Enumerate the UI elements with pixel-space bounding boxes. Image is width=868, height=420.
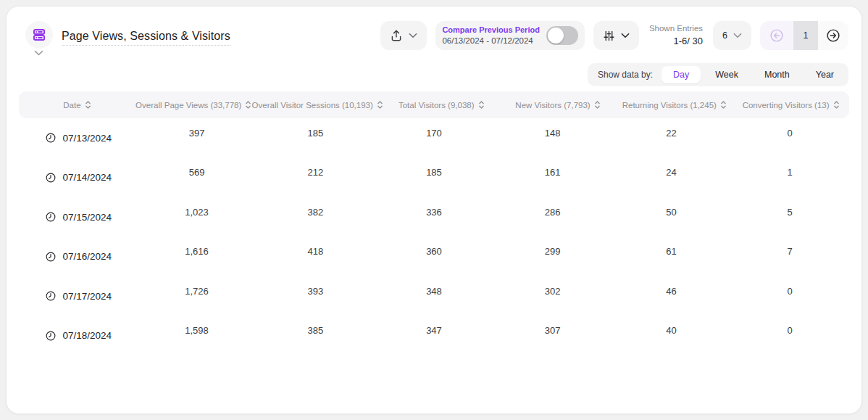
metric-cell: 382 (256, 192, 375, 232)
date-value: 07/13/2024 (63, 133, 112, 144)
title-group: Page Views, Sessions & Visitors (25, 21, 372, 56)
toolbar-controls: Compare Previous Period 06/13/2024 - 07/… (380, 21, 848, 50)
metric-cell: 46 (612, 271, 731, 311)
metric-cell: 1,616 (138, 232, 256, 272)
column-header-4[interactable]: New Visitors (7,793) (500, 100, 617, 110)
metric-cell: 170 (375, 113, 493, 153)
metric-cell: 302 (493, 271, 612, 311)
table-row: 07/17/20241,726393348302460 (19, 276, 849, 316)
column-header-label: Converting Visitors (13) (743, 101, 830, 110)
shown-entries-value: 1-6/ 30 (649, 35, 703, 48)
server-icon (32, 28, 46, 42)
sort-icon (833, 100, 840, 110)
arrow-left-circle-icon (769, 28, 785, 44)
metric-cell: 393 (256, 271, 375, 311)
show-data-by-row: Show data by: DayWeekMonthYear (7, 56, 861, 86)
metric-cell: 40 (612, 311, 731, 351)
table-body: 07/13/202439718517014822007/14/202456921… (19, 118, 849, 355)
clock-icon (45, 251, 57, 263)
show-data-by-option-week[interactable]: Week (704, 66, 750, 83)
date-value: 07/16/2024 (63, 251, 112, 262)
page-title: Page Views, Sessions & Visitors (62, 30, 230, 46)
clock-icon (45, 172, 57, 184)
metric-cell: 148 (493, 113, 612, 153)
sliders-icon (603, 30, 615, 42)
analytics-card: Page Views, Sessions & Visitors Compare … (6, 6, 862, 414)
metric-cell: 299 (493, 232, 612, 272)
page-size-value: 6 (722, 30, 727, 41)
metric-cell: 348 (375, 271, 493, 311)
sort-icon (377, 100, 383, 110)
metric-cell: 307 (493, 311, 612, 351)
show-data-by-label: Show data by: (598, 70, 653, 80)
date-value: 07/15/2024 (63, 212, 112, 223)
chevron-down-icon (34, 50, 43, 56)
date-cell: 07/13/2024 (19, 118, 138, 158)
arrow-right-circle-icon (825, 28, 841, 44)
column-header-2[interactable]: Overall Visitor Sessions (10,193) (252, 100, 383, 110)
date-value: 07/18/2024 (63, 330, 112, 341)
show-data-by-control: Show data by: DayWeekMonthYear (588, 63, 848, 86)
show-data-by-option-day[interactable]: Day (662, 66, 701, 83)
metric-cell: 161 (493, 153, 612, 193)
compare-label: Compare Previous Period (442, 25, 540, 36)
toggle-knob (548, 28, 564, 44)
column-header-label: Overall Page Views (33,778) (135, 101, 241, 110)
date-cell: 07/17/2024 (19, 276, 138, 316)
metric-cell: 0 (730, 311, 849, 351)
metric-cell: 336 (375, 192, 493, 232)
column-header-6[interactable]: Converting Visitors (13) (733, 100, 849, 110)
data-table: DateOverall Page Views (33,778)Overall V… (7, 86, 861, 355)
metric-cell: 185 (256, 113, 375, 153)
metric-cell: 1,023 (138, 192, 256, 232)
clock-icon (45, 211, 57, 223)
column-header-0[interactable]: Date (19, 100, 135, 110)
shown-entries: Shown Entries 1-6/ 30 (648, 23, 704, 47)
metric-cell: 24 (612, 153, 731, 193)
metric-cell: 185 (375, 153, 493, 193)
table-row: 07/18/20241,598385347307400 (19, 316, 849, 356)
show-data-by-option-month[interactable]: Month (753, 66, 801, 83)
clock-icon (45, 132, 57, 144)
page-size-dropdown[interactable]: 6 (713, 21, 751, 50)
compare-previous-period: Compare Previous Period 06/13/2024 - 07/… (435, 21, 585, 50)
table-row: 07/15/20241,023382336286505 (19, 197, 849, 237)
metric-cell: 569 (138, 153, 256, 193)
table-row: 07/16/20241,616418360299617 (19, 237, 849, 277)
metric-cell: 5 (730, 192, 849, 232)
metric-cell: 418 (256, 232, 375, 272)
metric-cell: 347 (375, 311, 493, 351)
chevron-down-icon (733, 33, 742, 38)
metric-cell: 50 (612, 192, 731, 232)
column-header-3[interactable]: Total Visitors (9,038) (383, 100, 500, 110)
metric-cell: 61 (612, 232, 731, 272)
chevron-down-icon (621, 33, 630, 38)
metric-cell: 385 (256, 311, 375, 351)
export-button[interactable] (380, 21, 427, 50)
current-page[interactable]: 1 (793, 21, 818, 50)
pagination: 1 (760, 21, 848, 50)
metric-cell: 0 (730, 271, 849, 311)
column-header-label: Overall Visitor Sessions (10,193) (252, 101, 373, 110)
sort-icon (245, 100, 251, 110)
show-data-by-option-year[interactable]: Year (804, 66, 846, 83)
sort-icon (594, 100, 601, 110)
chevron-down-icon (409, 33, 417, 38)
column-header-1[interactable]: Overall Page Views (33,778) (135, 100, 252, 110)
sort-icon (720, 100, 727, 110)
compare-toggle[interactable] (546, 26, 578, 45)
shown-entries-label: Shown Entries (649, 23, 703, 35)
clock-icon (45, 290, 57, 302)
metric-cell: 1,726 (138, 271, 256, 311)
clock-icon (45, 330, 57, 342)
next-page-button[interactable] (818, 21, 848, 50)
date-value: 07/14/2024 (63, 172, 112, 183)
column-header-5[interactable]: Returning Visitors (1,245) (616, 100, 733, 110)
filter-button[interactable] (593, 21, 639, 50)
date-cell: 07/18/2024 (19, 316, 138, 356)
toolbar: Page Views, Sessions & Visitors Compare … (7, 7, 861, 56)
previous-page-button[interactable] (760, 21, 793, 50)
table-row: 07/13/2024397185170148220 (19, 118, 849, 158)
sort-icon (85, 100, 91, 110)
widget-menu-button[interactable] (25, 21, 53, 56)
